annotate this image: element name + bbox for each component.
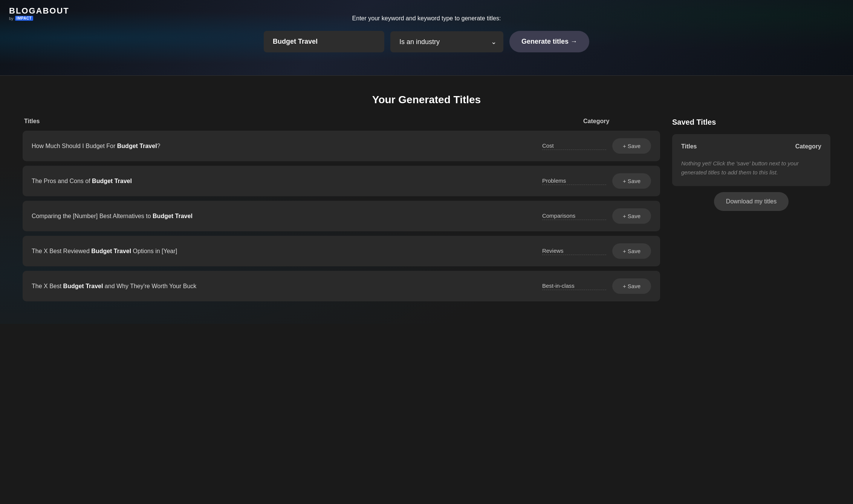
title-prefix-3: Comparing the [Number] Best Alternatives… — [32, 213, 153, 219]
keyword-type-wrapper[interactable]: Is an industry Is a product Is a service… — [390, 31, 503, 52]
saved-col-header-category: Category — [795, 143, 821, 150]
category-name-2: Problems — [542, 177, 606, 184]
table-row: The Pros and Cons of Budget Travel Probl… — [23, 166, 660, 196]
title-bold-3: Budget Travel — [153, 213, 193, 219]
section-title: Your Generated Titles — [23, 94, 830, 106]
title-text-3: Comparing the [Number] Best Alternatives… — [32, 212, 536, 221]
category-underline-3 — [542, 220, 606, 220]
generate-titles-button[interactable]: Generate titles → — [509, 31, 589, 52]
category-underline-4 — [542, 255, 606, 255]
table-row: Comparing the [Number] Best Alternatives… — [23, 201, 660, 231]
title-suffix-1: ? — [157, 143, 161, 149]
save-button-3[interactable]: + Save — [612, 208, 651, 224]
category-name-1: Cost — [542, 142, 606, 149]
category-underline-1 — [542, 150, 606, 150]
col-header-category: Category — [583, 118, 659, 125]
empty-saved-message: Nothing yet! Click the 'save' button nex… — [681, 159, 821, 177]
save-button-5[interactable]: + Save — [612, 278, 651, 294]
saved-titles-header: Saved Titles — [672, 118, 830, 127]
save-button-2[interactable]: + Save — [612, 173, 651, 189]
category-name-4: Reviews — [542, 247, 606, 254]
title-text-2: The Pros and Cons of Budget Travel — [32, 177, 536, 186]
columns-layout: Titles Category How Much Should I Budget… — [23, 118, 830, 306]
col-header-titles: Titles — [24, 118, 583, 125]
title-category-1: Cost — [542, 142, 606, 150]
table-row: The X Best Budget Travel and Why They're… — [23, 271, 660, 301]
saved-column: Saved Titles Titles Category Nothing yet… — [672, 118, 830, 306]
title-bold-2: Budget Travel — [92, 178, 132, 184]
titles-column: Titles Category How Much Should I Budget… — [23, 118, 660, 306]
title-prefix-5: The X Best — [32, 283, 63, 289]
title-text-1: How Much Should I Budget For Budget Trav… — [32, 142, 536, 151]
col-header: Titles Category — [23, 118, 660, 125]
main-content: Your Generated Titles Titles Category Ho… — [0, 76, 853, 324]
title-prefix-4: The X Best Reviewed — [32, 248, 91, 254]
title-bold-4: Budget Travel — [91, 248, 131, 254]
table-row: How Much Should I Budget For Budget Trav… — [23, 131, 660, 161]
keyword-type-select[interactable]: Is an industry Is a product Is a service… — [390, 31, 503, 52]
saved-col-header: Titles Category — [681, 143, 821, 153]
title-prefix-1: How Much Should I Budget For — [32, 143, 117, 149]
title-bold-5: Budget Travel — [63, 283, 103, 289]
title-prefix-2: The Pros and Cons of — [32, 178, 92, 184]
category-name-5: Best-in-class — [542, 283, 606, 289]
title-text-5: The X Best Budget Travel and Why They're… — [32, 282, 536, 291]
title-category-4: Reviews — [542, 247, 606, 255]
hero-section: Enter your keyword and keyword type to g… — [0, 0, 853, 75]
title-suffix-4: Options in [Year] — [131, 248, 177, 254]
save-button-1[interactable]: + Save — [612, 138, 651, 154]
title-category-3: Comparisons — [542, 212, 606, 220]
saved-panel: Titles Category Nothing yet! Click the '… — [672, 134, 830, 186]
title-bold-1: Budget Travel — [117, 143, 157, 149]
keyword-input[interactable] — [264, 31, 384, 52]
category-name-3: Comparisons — [542, 212, 606, 219]
category-underline-2 — [542, 185, 606, 185]
title-suffix-5: and Why They're Worth Your Buck — [103, 283, 196, 289]
header-content: Enter your keyword and keyword type to g… — [0, 0, 853, 71]
download-titles-button[interactable]: Download my titles — [714, 192, 789, 211]
header-instruction: Enter your keyword and keyword type to g… — [352, 15, 501, 22]
title-category-5: Best-in-class — [542, 283, 606, 290]
title-category-2: Problems — [542, 177, 606, 185]
save-button-4[interactable]: + Save — [612, 243, 651, 259]
category-underline-5 — [542, 290, 606, 290]
controls-row: Is an industry Is a product Is a service… — [264, 31, 589, 52]
title-text-4: The X Best Reviewed Budget Travel Option… — [32, 247, 536, 256]
saved-col-header-titles: Titles — [681, 143, 697, 150]
table-row: The X Best Reviewed Budget Travel Option… — [23, 236, 660, 266]
